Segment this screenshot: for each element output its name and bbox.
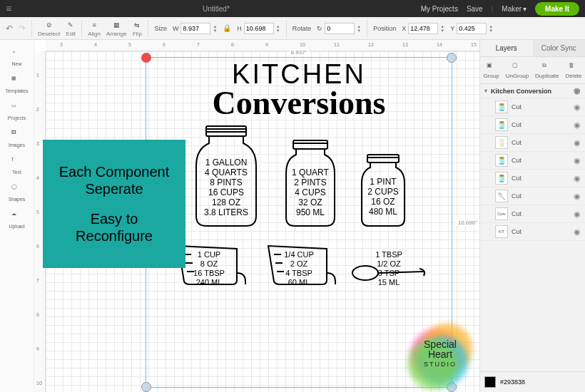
shapes-tool[interactable]: ◯Shapes	[3, 180, 31, 205]
spoon-tbsp: 1 TBSP1/2 OZ3 TSP15 ML	[350, 259, 428, 287]
visibility-icon[interactable]: ◉	[574, 192, 581, 201]
new-tool[interactable]: ＋New	[3, 44, 31, 70]
rotate-stepper[interactable]: ▲▼	[357, 24, 361, 33]
visibility-icon[interactable]: ◉	[574, 138, 581, 148]
jar-gallon: 1 GALLON4 QUARTS8 PINTS16 CUPS128 OZ3.8 …	[183, 123, 269, 230]
upload-tool[interactable]: ☁Upload	[3, 207, 31, 232]
edit-button[interactable]: ✎Edit	[66, 20, 76, 37]
flip-button[interactable]: ⇋Flip	[132, 20, 142, 37]
rotate-icon: ↻	[317, 25, 322, 32]
color-swatch[interactable]	[484, 376, 496, 388]
text-tool[interactable]: TText	[3, 153, 31, 178]
layer-item[interactable]: 🫙Cut◉	[480, 170, 585, 187]
watermark-logo: SpecialHeartSTUDIO	[408, 322, 472, 386]
layer-item[interactable]: KITCut◉	[480, 223, 585, 241]
size-label: Size	[154, 25, 167, 32]
design-artwork[interactable]: KITCHEN Conversions 1 GALLON4 QUARTS8 PI…	[146, 58, 452, 387]
menu-icon[interactable]: ≡	[6, 3, 11, 14]
left-toolbar: ＋New ▦Templates ▭Projects 🖼Images TText …	[0, 40, 34, 392]
images-tool[interactable]: 🖼Images	[3, 125, 31, 151]
layer-item[interactable]: 🫙Cut◉	[480, 152, 585, 170]
document-title: Untitled*	[11, 5, 420, 13]
duplicate-button[interactable]: ⧉Duplicate	[535, 62, 559, 79]
tab-colorsync[interactable]: Color Sync	[533, 40, 586, 56]
visibility-icon[interactable]: ◉	[574, 227, 581, 237]
ungroup-button[interactable]: ▢UnGroup	[506, 62, 529, 79]
visibility-icon[interactable]: ◉	[574, 156, 581, 165]
visibility-icon[interactable]: ◉	[574, 120, 581, 130]
layer-item[interactable]: 🫙Cut◉	[480, 116, 585, 134]
edit-toolbar: ↶ ↷ ⊘Deselect ✎Edit ≡Align ▦Arrange ⇋Fli…	[0, 17, 585, 40]
jar-pint: 1 PINT2 CUPS16 OZ480 ML	[352, 152, 414, 230]
deselect-button[interactable]: ⊘Deselect	[38, 20, 60, 37]
align-button[interactable]: ≡Align	[88, 20, 101, 37]
selection-box[interactable]: 8.937" 10.698" KITCHEN Conversions 1 GAL…	[146, 57, 452, 388]
tab-layers[interactable]: Layers	[480, 40, 533, 56]
color-swatch-row: #293838	[480, 371, 585, 392]
machine-selector[interactable]: Maker▾	[502, 5, 526, 13]
templates-tool[interactable]: ▦Templates	[3, 71, 31, 97]
undo-button[interactable]: ↶	[6, 24, 13, 33]
layer-item[interactable]: 🥄Cut◉	[480, 187, 585, 205]
y-input[interactable]	[457, 23, 487, 34]
x-input[interactable]	[408, 23, 438, 34]
y-stepper[interactable]: ▲▼	[489, 24, 493, 33]
position-label: Position	[373, 25, 396, 32]
ruler-horizontal: 3456789101112131415	[46, 40, 479, 51]
cup-quarter: 1/4 CUP2 OZ4 TBSP60 ML	[260, 237, 338, 287]
promo-callout: Each Component Seperate Easy to Reconfig…	[43, 140, 185, 268]
visibility-icon[interactable]: ◉	[574, 210, 581, 219]
layer-item[interactable]: 🥛Cut◉	[480, 134, 585, 152]
visibility-icon[interactable]: ◉	[574, 103, 581, 112]
my-projects-link[interactable]: My Projects	[421, 5, 458, 13]
svg-rect-5	[367, 155, 399, 163]
height-stepper[interactable]: ▲▼	[276, 24, 280, 33]
chevron-down-icon: ▾	[523, 5, 526, 13]
visibility-icon[interactable]: ◉	[574, 86, 581, 96]
right-panel: Layers Color Sync ▣Group ▢UnGroup ⧉Dupli…	[479, 40, 585, 392]
layer-item[interactable]: 🫙Cut◉	[480, 98, 585, 116]
width-stepper[interactable]: ▲▼	[213, 24, 217, 33]
arrange-button[interactable]: ▦Arrange	[106, 20, 126, 37]
save-link[interactable]: Save	[467, 5, 483, 13]
width-readout: 8.937"	[290, 49, 309, 56]
layer-list: ▾Kitchen Conversion◉ 🫙Cut◉ 🫙Cut◉ 🥛Cut◉ 🫙…	[480, 84, 585, 371]
projects-tool[interactable]: ▭Projects	[3, 98, 31, 124]
height-input[interactable]	[244, 23, 274, 34]
make-it-button[interactable]: Make It	[535, 2, 579, 16]
rotate-input[interactable]	[325, 23, 355, 34]
top-bar: ≡ Untitled* My Projects Save | Maker▾ Ma…	[0, 0, 585, 17]
rotate-label: Rotate	[292, 25, 312, 32]
layer-group-header[interactable]: ▾Kitchen Conversion◉	[480, 84, 585, 98]
visibility-icon[interactable]: ◉	[574, 174, 581, 183]
svg-rect-3	[293, 140, 327, 149]
delete-button[interactable]: 🗑Delete	[565, 62, 581, 79]
svg-point-13	[352, 266, 378, 280]
conversions-script: Conversions	[213, 84, 386, 122]
height-readout: 10.698"	[457, 220, 479, 226]
redo-button[interactable]: ↷	[19, 24, 26, 33]
lock-aspect-icon[interactable]: 🔒	[223, 24, 231, 32]
group-button[interactable]: ▣Group	[483, 62, 499, 79]
layer-item[interactable]: ConvCut◉	[480, 205, 585, 223]
x-stepper[interactable]: ▲▼	[440, 24, 444, 33]
width-input[interactable]	[180, 23, 210, 34]
jar-quart: 1 QUART2 PINTS4 CUPS32 OZ950 ML	[275, 138, 346, 230]
